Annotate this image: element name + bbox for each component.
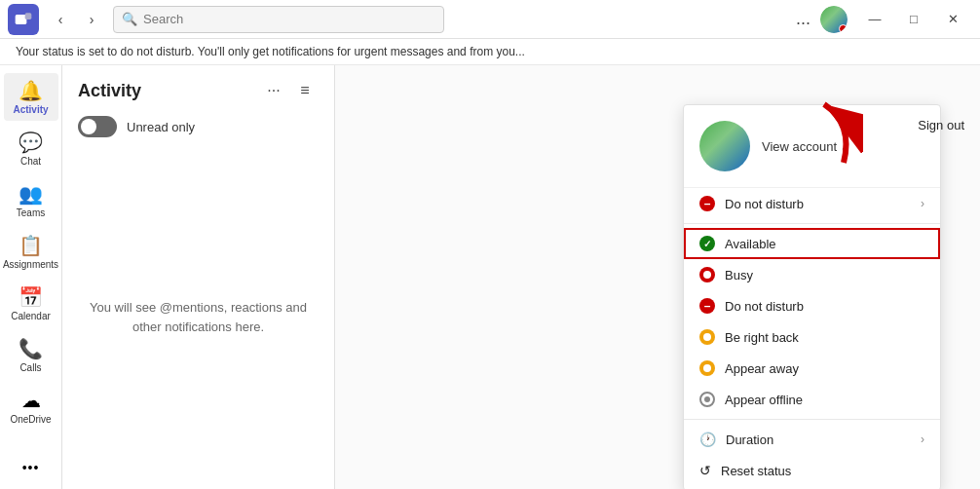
menu-item-label: Duration — [726, 433, 773, 447]
assignments-icon: 📋 — [19, 234, 43, 257]
menu-item-available[interactable]: Available — [684, 228, 940, 259]
menu-item-do-not-disturb-top[interactable]: Do not disturb › — [684, 188, 940, 219]
sidebar-item-calendar[interactable]: 📅 Calendar — [4, 280, 58, 327]
empty-state-text: You will see @mentions, reactions and ot… — [82, 298, 315, 336]
sidebar-item-label: Assignments — [3, 259, 58, 270]
menu-item-reset-status[interactable]: ↺ Reset status — [684, 455, 940, 486]
activity-more-button[interactable]: ··· — [260, 77, 287, 104]
calendar-icon: 📅 — [19, 285, 43, 309]
sidebar-item-calls[interactable]: 📞 Calls — [4, 331, 58, 379]
maximize-button[interactable]: □ — [894, 4, 933, 35]
menu-item-do-not-disturb-2[interactable]: Do not disturb — [684, 290, 940, 321]
activity-panel: Activity ··· ≡ Unread only You will see … — [62, 65, 335, 489]
teams-logo-icon — [14, 10, 33, 29]
nav-arrows: ‹ › — [47, 6, 105, 33]
sidebar-more-button[interactable]: ••• — [4, 454, 58, 481]
main-layout: 🔔 Activity 💬 Chat 👥 Teams 📋 Assignments … — [0, 65, 980, 489]
status-icon-green-check — [699, 236, 715, 251]
reset-icon: ↺ — [699, 463, 711, 478]
app-logo — [8, 4, 39, 35]
menu-item-label: Appear away — [725, 361, 799, 376]
close-button[interactable]: ✕ — [933, 4, 972, 35]
status-icon-yellow — [699, 329, 715, 345]
menu-item-label: Do not disturb — [725, 197, 804, 211]
activity-icon: 🔔 — [19, 79, 43, 102]
back-button[interactable]: ‹ — [47, 6, 74, 33]
sidebar-item-label: Activity — [13, 104, 48, 115]
title-bar-actions: ... — [792, 5, 848, 33]
sidebar-item-chat[interactable]: 💬 Chat — [4, 125, 58, 172]
chat-icon: 💬 — [19, 131, 43, 154]
title-bar: ‹ › 🔍 ... — □ ✕ — [0, 0, 980, 39]
minimize-button[interactable]: — — [855, 4, 894, 35]
view-account-label: View account — [762, 139, 837, 154]
divider-2 — [684, 419, 940, 420]
more-icon: ••• — [22, 460, 40, 475]
activity-filter-button[interactable]: ≡ — [291, 77, 319, 104]
unread-toggle-row: Unread only — [62, 112, 334, 145]
search-bar[interactable]: 🔍 — [113, 6, 444, 33]
menu-item-label: Do not disturb — [725, 299, 804, 314]
sidebar-item-label: Calls — [19, 362, 41, 373]
external-link-icon: ↗ — [841, 140, 849, 153]
window-controls: — □ ✕ — [855, 4, 972, 35]
clock-icon: 🕐 — [699, 432, 716, 447]
profile-avatar-button[interactable] — [820, 6, 848, 33]
activity-header: Activity ··· ≡ — [62, 65, 334, 112]
toggle-knob — [81, 119, 96, 134]
profile-avatar-large — [699, 121, 750, 171]
away-dot — [703, 364, 711, 372]
status-icon-red-minus — [699, 196, 715, 211]
signout-area: Sign out — [902, 110, 980, 140]
status-icon-yellow-2 — [699, 360, 715, 376]
status-icon-gray — [699, 392, 715, 407]
forward-button[interactable]: › — [78, 6, 105, 33]
divider — [684, 223, 940, 224]
sidebar-bottom: ••• — [4, 454, 58, 489]
activity-title: Activity — [78, 81, 141, 101]
profile-dropdown: View account ↗ Do not disturb › Availabl… — [683, 104, 941, 489]
svg-rect-0 — [16, 15, 27, 24]
menu-item-label: Appear offline — [725, 393, 803, 407]
content-area: Sign out View account ↗ — [335, 65, 980, 489]
menu-item-appear-away[interactable]: Appear away — [684, 353, 940, 384]
sidebar-item-label: Calendar — [11, 311, 51, 321]
menu-item-be-right-back[interactable]: Be right back — [684, 321, 940, 353]
search-icon: 🔍 — [122, 12, 137, 26]
empty-state: You will see @mentions, reactions and ot… — [62, 145, 334, 489]
onedrive-icon: ☁ — [21, 389, 41, 412]
sidebar-item-label: Chat — [20, 156, 41, 167]
sidebar-item-assignments[interactable]: 📋 Assignments — [4, 228, 58, 276]
menu-item-appear-offline[interactable]: Appear offline — [684, 384, 940, 415]
brb-dot — [703, 333, 711, 341]
svg-rect-1 — [25, 13, 32, 19]
sidebar-item-activity[interactable]: 🔔 Activity — [4, 73, 58, 121]
notification-bar: Your status is set to do not disturb. Yo… — [0, 39, 980, 65]
menu-item-duration[interactable]: 🕐 Duration › — [684, 424, 940, 455]
activity-actions: ··· ≡ — [260, 77, 319, 104]
menu-item-label: Available — [725, 237, 776, 251]
teams-icon: 👥 — [19, 182, 43, 206]
sidebar-item-label: Teams — [17, 207, 45, 218]
sidebar-item-label: OneDrive — [10, 414, 51, 425]
chevron-right-icon: › — [921, 197, 924, 210]
calls-icon: 📞 — [19, 337, 43, 360]
sidebar-item-onedrive[interactable]: ☁ OneDrive — [4, 383, 58, 431]
sidebar-item-teams[interactable]: 👥 Teams — [4, 176, 58, 224]
menu-item-label: Reset status — [721, 464, 791, 478]
search-input[interactable] — [143, 12, 435, 26]
offline-dot — [704, 396, 710, 402]
menu-item-label: Be right back — [725, 330, 799, 345]
unread-toggle[interactable] — [78, 116, 117, 137]
view-account-link[interactable]: View account ↗ — [762, 139, 849, 154]
more-options-button[interactable]: ... — [792, 5, 814, 33]
sidebar: 🔔 Activity 💬 Chat 👥 Teams 📋 Assignments … — [0, 65, 62, 489]
sign-out-button[interactable]: Sign out — [902, 110, 980, 140]
menu-item-busy[interactable]: Busy — [684, 259, 940, 290]
status-dot — [839, 24, 848, 33]
unread-toggle-label: Unread only — [127, 120, 195, 134]
status-icon-red — [699, 267, 715, 282]
notification-text: Your status is set to do not disturb. Yo… — [16, 45, 525, 58]
busy-dot — [703, 271, 711, 279]
menu-item-label: Busy — [725, 268, 753, 282]
